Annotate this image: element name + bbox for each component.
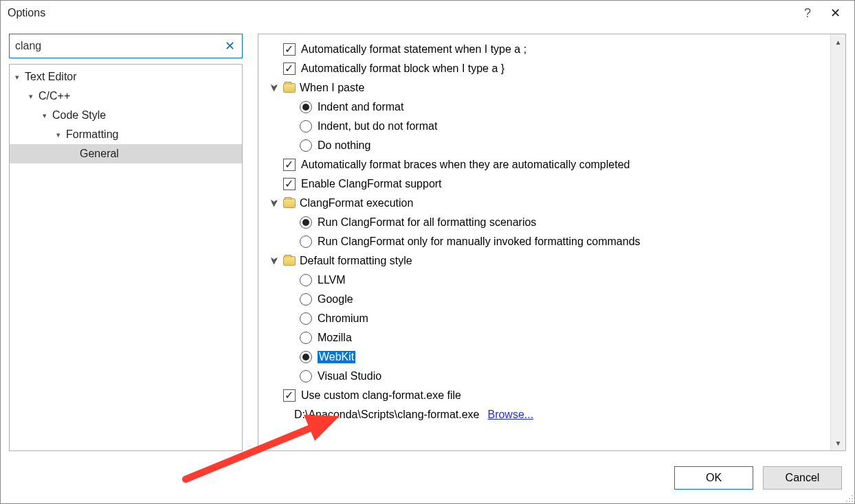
label: Chromium [318, 312, 368, 325]
button-label: Cancel [786, 472, 820, 484]
label: WebKit [318, 351, 355, 363]
group-label: ClangFormat execution [300, 197, 413, 209]
window-title: Options [6, 7, 794, 19]
label: Visual Studio [318, 370, 381, 382]
label: Automatically format statement when I ty… [301, 43, 526, 56]
tree-label: Formatting [66, 128, 118, 141]
group-toggle-paste[interactable]: ⮟ [269, 83, 279, 93]
search-input[interactable] [15, 40, 223, 52]
radio-style-llvm[interactable] [300, 274, 312, 286]
radio-style-chromium[interactable] [300, 312, 312, 325]
group-label: When I paste [300, 82, 364, 94]
radio-cf-all[interactable] [300, 216, 312, 229]
dialog-body: ✕ ▾Text Editor ▾C/C++ ▾Code Style ▾Forma… [1, 25, 854, 455]
chk-auto-braces[interactable] [283, 159, 296, 171]
scroll-track[interactable] [831, 49, 845, 435]
chk-custom-exe[interactable] [283, 389, 296, 402]
scroll-up-icon[interactable]: ▲ [831, 34, 845, 49]
ok-button[interactable]: OK [674, 466, 753, 490]
label: Indent and format [318, 101, 403, 113]
button-label: OK [706, 472, 722, 484]
folder-icon [283, 256, 296, 266]
label: Indent, but do not format [318, 120, 437, 133]
cancel-button[interactable]: Cancel [763, 466, 842, 490]
scroll-down-icon[interactable]: ▼ [831, 435, 845, 450]
help-button[interactable]: ? [794, 6, 821, 21]
label: Do nothing [318, 139, 370, 152]
group-toggle-style[interactable]: ⮟ [269, 256, 279, 266]
label: Google [318, 293, 353, 306]
dialog-footer: OK Cancel [1, 455, 854, 503]
folder-icon [283, 198, 296, 208]
chk-auto-block[interactable] [283, 62, 296, 75]
radio-style-webkit[interactable] [300, 351, 312, 363]
label: LLVM [318, 274, 346, 286]
options-dialog: Options ? ✕ ✕ ▾Text Editor ▾C/C++ ▾Code … [0, 0, 855, 504]
vertical-scrollbar[interactable]: ▲ ▼ [830, 34, 845, 450]
label: Enable ClangFormat support [301, 178, 442, 190]
label: Automatically format block when I type a… [301, 62, 504, 75]
chk-enable-clangformat[interactable] [283, 178, 296, 190]
radio-style-google[interactable] [300, 293, 312, 306]
group-label: Default formatting style [300, 255, 412, 267]
tree-label: General [80, 148, 119, 160]
label: Mozilla [318, 332, 352, 344]
radio-cf-manual[interactable] [300, 236, 312, 248]
tree-label: Text Editor [25, 71, 77, 83]
clear-search-icon[interactable]: ✕ [223, 38, 236, 54]
category-tree[interactable]: ▾Text Editor ▾C/C++ ▾Code Style ▾Formatt… [9, 64, 243, 451]
label: Run ClangFormat only for manually invoke… [318, 236, 641, 248]
browse-link[interactable]: Browse... [487, 409, 533, 421]
close-button[interactable]: ✕ [821, 5, 849, 21]
label: Automatically format braces when they ar… [301, 159, 630, 171]
radio-paste-indent-format[interactable] [300, 101, 312, 113]
tree-item-general[interactable]: General [10, 144, 242, 163]
label: Use custom clang-format.exe file [301, 389, 461, 402]
tree-label: C/C++ [38, 90, 70, 102]
left-column: ✕ ▾Text Editor ▾C/C++ ▾Code Style ▾Forma… [9, 34, 243, 451]
radio-paste-indent-only[interactable] [300, 120, 312, 133]
chk-auto-statement[interactable] [283, 43, 296, 56]
tree-item-code-style[interactable]: ▾Code Style [10, 106, 242, 125]
custom-exe-path: D:\Anaconda\Scripts\clang-format.exe [294, 409, 479, 421]
tree-item-formatting[interactable]: ▾Formatting [10, 125, 242, 144]
settings-panel: Automatically format statement when I ty… [258, 34, 846, 451]
tree-item-text-editor[interactable]: ▾Text Editor [10, 67, 242, 87]
settings-content: Automatically format statement when I ty… [258, 34, 830, 450]
radio-style-mozilla[interactable] [300, 332, 312, 344]
search-box[interactable]: ✕ [9, 34, 243, 58]
radio-style-vs[interactable] [300, 370, 312, 382]
group-toggle-cf-exec[interactable]: ⮟ [269, 198, 279, 208]
label: Run ClangFormat for all formatting scena… [318, 216, 536, 229]
titlebar: Options ? ✕ [1, 1, 854, 25]
tree-label: Code Style [52, 109, 106, 122]
radio-paste-nothing[interactable] [300, 139, 312, 152]
tree-item-ccpp[interactable]: ▾C/C++ [10, 87, 242, 106]
folder-icon [283, 83, 296, 93]
